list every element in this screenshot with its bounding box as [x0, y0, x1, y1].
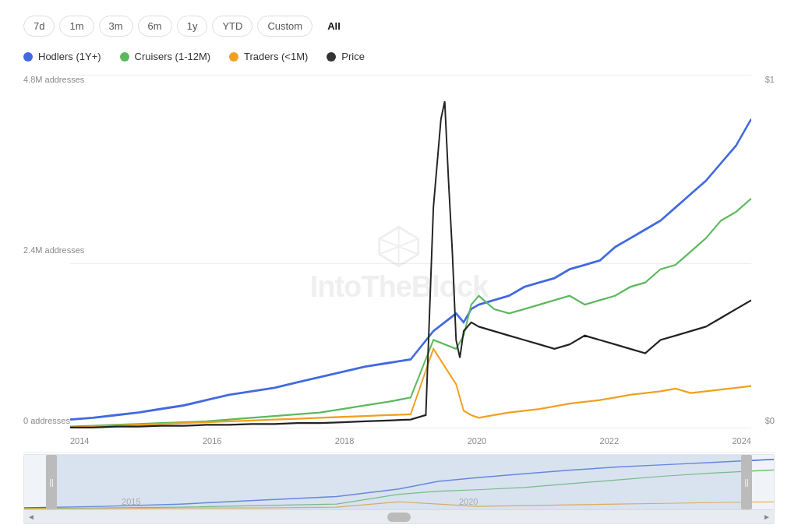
- legend-dot-0: [23, 52, 33, 62]
- time-filter-1m[interactable]: 1m: [59, 16, 94, 37]
- scroll-right-btn[interactable]: ►: [760, 510, 774, 524]
- main-chart: 4.8M addresses 2.4M addresses 0 addresse…: [23, 75, 775, 453]
- legend-label-0: Hodlers (1Y+): [38, 51, 101, 62]
- scroll-thumb[interactable]: [387, 513, 411, 522]
- y-right-top: $1: [765, 75, 775, 84]
- time-filter-7d[interactable]: 7d: [23, 16, 55, 37]
- navigator-scrollbar[interactable]: ◄ ►: [24, 509, 774, 523]
- y-axis-right: $1 $0: [765, 75, 775, 428]
- legend-label-2: Traders (<1M): [244, 51, 308, 62]
- time-filter-6m[interactable]: 6m: [138, 16, 172, 37]
- navigator-handle-right[interactable]: ||: [741, 455, 752, 509]
- x-label-2022: 2022: [600, 436, 619, 446]
- chart-area: 4.8M addresses 2.4M addresses 0 addresse…: [23, 75, 775, 524]
- x-label-2018: 2018: [335, 436, 354, 446]
- legend-dot-3: [327, 52, 336, 62]
- page-container: 7d1m3m6m1yYTDCustomAll Hodlers (1Y+)Crui…: [0, 0, 798, 532]
- traders-line: [70, 349, 751, 428]
- legend-item-1: Cruisers (1-12M): [120, 51, 211, 62]
- hodlers-line: [70, 119, 751, 420]
- time-filter-3m[interactable]: 3m: [99, 16, 133, 37]
- y-right-bot: $0: [765, 416, 775, 425]
- main-chart-svg: [70, 75, 751, 428]
- time-filter-ytd[interactable]: YTD: [212, 16, 252, 37]
- x-axis: 2014 2016 2018 2020 2022 2024: [70, 436, 751, 446]
- scroll-left-btn[interactable]: ◄: [24, 510, 38, 524]
- time-filter-bar: 7d1m3m6m1yYTDCustomAll: [23, 16, 775, 37]
- legend-label-1: Cruisers (1-12M): [135, 51, 211, 62]
- legend-item-2: Traders (<1M): [229, 51, 308, 62]
- navigator-handle-left[interactable]: ||: [46, 455, 57, 509]
- x-label-2016: 2016: [203, 436, 221, 446]
- time-filter-all[interactable]: All: [317, 16, 351, 37]
- x-label-2024: 2024: [732, 436, 750, 446]
- navigator-selection[interactable]: [48, 455, 750, 509]
- legend-label-3: Price: [341, 51, 365, 62]
- navigator: || || 2015 2020 ◄ ►: [23, 454, 775, 524]
- legend-item-3: Price: [327, 51, 365, 62]
- legend-item-0: Hodlers (1Y+): [23, 51, 101, 62]
- x-label-2020: 2020: [468, 436, 486, 446]
- time-filter-1y[interactable]: 1y: [177, 16, 208, 37]
- time-filter-custom[interactable]: Custom: [257, 16, 312, 37]
- legend-dot-1: [120, 52, 129, 62]
- chart-legend: Hodlers (1Y+)Cruisers (1-12M)Traders (<1…: [23, 51, 775, 62]
- x-label-2014: 2014: [70, 436, 89, 446]
- price-line: [70, 101, 751, 428]
- legend-dot-2: [229, 52, 238, 62]
